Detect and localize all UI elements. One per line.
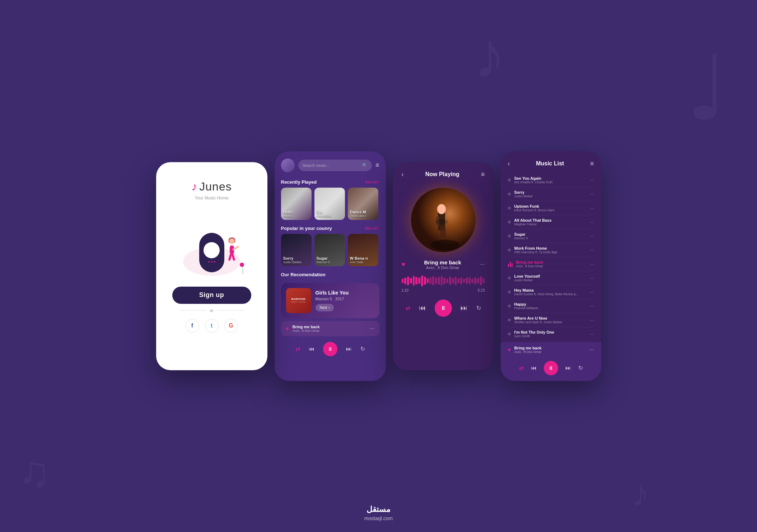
rp-card-0[interactable]: Hello Adele (281, 188, 312, 220)
illus-dot-1 (208, 261, 210, 263)
wave-bar-16 (443, 278, 445, 284)
search-icon: 🔍 (362, 163, 368, 168)
music-list-item-11[interactable]: I'm Not The Only One Sam Smith ··· (508, 327, 594, 341)
recently-played-see-all[interactable]: See all › (365, 180, 379, 184)
ml-repeat-button[interactable]: ↻ (578, 364, 583, 371)
pop-card-1[interactable]: Sugar Maroon 5 (314, 234, 345, 266)
popular-see-all[interactable]: See all › (365, 226, 379, 230)
music-list-item-0[interactable]: See You Again Wiz Khalifa ft. Charlie Pu… (508, 173, 594, 187)
pop-card-2[interactable]: W Bena n Amr Diab (348, 234, 378, 266)
wave-bar-11 (429, 277, 431, 284)
np-pause-icon: ⏸ (440, 305, 446, 311)
ml-item-dots-3[interactable]: ··· (590, 219, 594, 225)
repeat-button[interactable]: ↻ (360, 345, 365, 352)
waveform[interactable] (402, 276, 485, 286)
wave-bar-25 (469, 277, 471, 284)
ml-song-title-11: I'm Not The Only One (514, 330, 586, 334)
ml-item-dots-11[interactable]: ··· (590, 331, 594, 337)
ml-item-dots-7[interactable]: ··· (590, 275, 594, 281)
pop-card-0[interactable]: Sorry Justin Bieber (281, 234, 312, 266)
ml-song-artist-0: Wiz Khalifa ft. Charlie Puth (514, 180, 586, 184)
np-play-pause-button[interactable]: ⏸ (435, 300, 452, 317)
ml-dot-8 (508, 291, 511, 293)
ml-song-title-4: Sugar (514, 232, 586, 236)
menu-icon[interactable]: ≡ (375, 161, 379, 169)
login-illustration (179, 208, 244, 279)
back-button[interactable]: ‹ (402, 171, 404, 178)
ml-next-button[interactable]: ⏭ (565, 365, 571, 371)
now-playing-title: Now Playing (425, 171, 459, 178)
facebook-button[interactable]: f (186, 319, 199, 333)
search-bar[interactable]: Search music... 🔍 (298, 160, 372, 171)
ml-item-dots-10[interactable]: ··· (590, 317, 594, 323)
ml-song-title-5: Work From Home (514, 246, 586, 250)
illus-speaker-dots (208, 261, 215, 263)
music-list-item-7[interactable]: Love Yourself Justin Bieber ··· (508, 271, 594, 285)
music-list-item-5[interactable]: Work From Home Fifth Harmony ft. Ty Doll… (508, 243, 594, 257)
wave-bar-17 (446, 279, 448, 283)
home-now-playing-bar[interactable]: ♥ Bring me back Avici , ft Don Omar ··· (281, 321, 379, 336)
or-line-left (179, 310, 206, 311)
or-line-right (217, 310, 244, 311)
menu-lines-button[interactable]: ≡ (481, 171, 485, 178)
ml-item-dots-8[interactable]: ··· (590, 289, 594, 295)
ml-more-options-icon[interactable]: ··· (589, 347, 594, 353)
more-options-icon[interactable]: ··· (369, 325, 374, 332)
twitter-button[interactable]: t (205, 319, 219, 333)
np-heart-icon[interactable]: ♥ (402, 261, 406, 268)
music-list-item-3[interactable]: All About That Bass Meghan Trainor ··· (508, 215, 594, 229)
music-list-item-4[interactable]: Sugar Maroon 5 ··· (508, 229, 594, 243)
ml-play-pause-button[interactable]: ⏸ (544, 361, 558, 375)
shuffle-button[interactable]: ⇄ (295, 345, 300, 352)
recommendation-card[interactable]: MAROON5 DIRTY LOOPS Girls Like You Maroo… (281, 283, 379, 318)
wave-bar-20 (455, 277, 457, 285)
ml-item-dots-2[interactable]: ··· (590, 205, 594, 211)
np-prev-button[interactable]: ⏮ (419, 304, 426, 312)
music-list-item-9[interactable]: Happy Pharrell Williams ··· (508, 299, 594, 313)
rec-next-button[interactable]: Next › (316, 304, 334, 311)
np-repeat-button[interactable]: ↻ (476, 305, 481, 311)
illus-dot-3 (214, 261, 215, 263)
ml-dot-9 (508, 305, 511, 307)
ml-item-dots-0[interactable]: ··· (590, 177, 594, 183)
ml-song-artist-4: Maroon 5 (514, 236, 586, 240)
ml-prev-button[interactable]: ⏮ (531, 365, 537, 371)
music-list-item-10[interactable]: Where Are U Now Skrillex and Diplo ft. J… (508, 313, 594, 327)
heart-icon[interactable]: ♥ (286, 326, 289, 331)
ml-heart-icon[interactable]: ♥ (508, 347, 511, 353)
wave-bar-9 (424, 277, 426, 285)
or-divider: or (179, 308, 244, 313)
rp-card-2[interactable]: Dance M Tones ans l (348, 188, 378, 220)
google-button[interactable]: G (224, 319, 238, 333)
rp-card-1[interactable]: Sia chandelier (314, 188, 345, 220)
ml-item-dots-4[interactable]: ··· (590, 233, 594, 239)
ml-item-dots-5[interactable]: ··· (590, 247, 594, 253)
pop-artist-0: Justin Bieber (283, 260, 309, 264)
next-button[interactable]: ⏭ (346, 346, 352, 352)
ml-item-dots-9[interactable]: ··· (590, 303, 594, 309)
np-next-button[interactable]: ⏭ (461, 304, 468, 312)
music-list-item-6[interactable]: Bring me back Avici , ft Don Omar ··· (508, 257, 594, 271)
sign-up-button[interactable]: Sign up (172, 287, 251, 304)
np-info: Bring me back Avici , ft Don Omar (293, 325, 366, 333)
dancer-head (229, 238, 235, 244)
ml-item-dots-1[interactable]: ··· (590, 191, 594, 197)
ml-shuffle-button[interactable]: ⇄ (519, 364, 524, 371)
wave-bar-18 (449, 277, 451, 285)
prev-button[interactable]: ⏮ (309, 346, 314, 352)
pop-title-1: Sugar (317, 256, 343, 260)
music-list-item-8[interactable]: Hey Mama David Guetta ft. Nicki Minaj, B… (508, 285, 594, 299)
dirty-loops-label: DIRTY LOOPS (291, 301, 305, 303)
ml-back-button[interactable]: ‹ (508, 160, 510, 168)
ml-item-dots-6[interactable]: ··· (590, 261, 594, 267)
ml-menu-button[interactable]: ≡ (590, 160, 594, 168)
play-pause-button[interactable]: ⏸ (323, 342, 337, 356)
music-list-item-2[interactable]: Uptown Funk Mark Ronson ft. Bruno Mars ·… (508, 201, 594, 215)
rec-info: Girls Like You Maroon 5 2017 Next › (316, 290, 374, 311)
footer: مستقل mostaql.com (364, 505, 393, 521)
user-avatar (281, 159, 295, 172)
music-list-item-1[interactable]: Sorry Justin Bieber ··· (508, 187, 594, 201)
ml-item-info-11: I'm Not The Only One Sam Smith (514, 330, 586, 338)
np-shuffle-button[interactable]: ⇄ (406, 305, 410, 311)
np-more-options-icon[interactable]: ··· (480, 261, 485, 268)
